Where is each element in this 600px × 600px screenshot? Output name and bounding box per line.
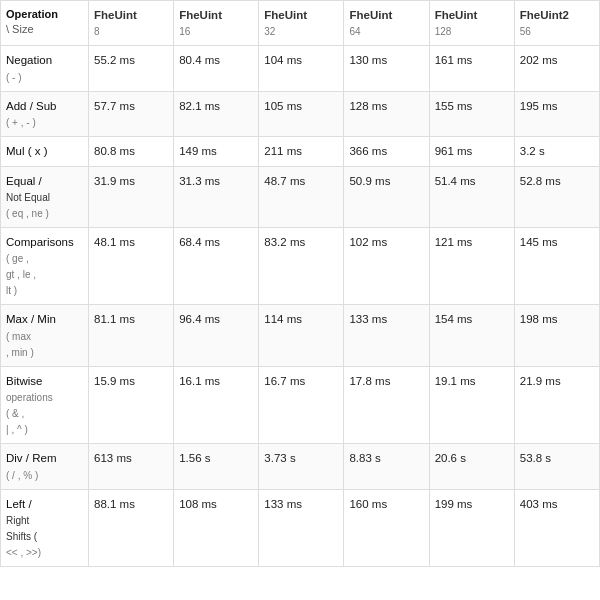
cell-eq-16: 31.3 ms bbox=[174, 166, 259, 227]
header-col-3: FheUint 32 bbox=[259, 1, 344, 46]
cell-divrem-8: 613 ms bbox=[89, 444, 174, 489]
cell-negation-16: 80.4 ms bbox=[174, 46, 259, 91]
cell-negation-128: 161 ms bbox=[429, 46, 514, 91]
header-operation: Operation \ Size bbox=[1, 1, 89, 46]
cell-maxmin-32: 114 ms bbox=[259, 305, 344, 366]
cell-cmp-8: 48.1 ms bbox=[89, 227, 174, 304]
cell-eq-256: 52.8 ms bbox=[514, 166, 599, 227]
cell-divrem-32: 3.73 s bbox=[259, 444, 344, 489]
cell-bitwise-16: 16.1 ms bbox=[174, 366, 259, 443]
cell-cmp-16: 68.4 ms bbox=[174, 227, 259, 304]
cell-mul-64: 366 ms bbox=[344, 137, 429, 166]
cell-cmp-256: 145 ms bbox=[514, 227, 599, 304]
header-col-1: FheUint 8 bbox=[89, 1, 174, 46]
cell-maxmin-64: 133 ms bbox=[344, 305, 429, 366]
cell-maxmin-256: 198 ms bbox=[514, 305, 599, 366]
cell-bitwise-64: 17.8 ms bbox=[344, 366, 429, 443]
cell-bitwise-256: 21.9 ms bbox=[514, 366, 599, 443]
table-row: Max / Min ( max , min ) 81.1 ms 96.4 ms … bbox=[1, 305, 600, 366]
header-col-4: FheUint 64 bbox=[344, 1, 429, 46]
cell-divrem-128: 20.6 s bbox=[429, 444, 514, 489]
cell-cmp-128: 121 ms bbox=[429, 227, 514, 304]
op-label: Div / Rem ( / , % ) bbox=[1, 444, 89, 489]
cell-negation-8: 55.2 ms bbox=[89, 46, 174, 91]
cell-addsub-16: 82.1 ms bbox=[174, 91, 259, 136]
cell-divrem-16: 1.56 s bbox=[174, 444, 259, 489]
table-row: Negation ( - ) 55.2 ms 80.4 ms 104 ms 13… bbox=[1, 46, 600, 91]
cell-shift-8: 88.1 ms bbox=[89, 489, 174, 566]
header-col-2: FheUint 16 bbox=[174, 1, 259, 46]
op-label: Comparisons ( ge , gt , le , lt ) bbox=[1, 227, 89, 304]
header-col-6: FheUint2 56 bbox=[514, 1, 599, 46]
cell-eq-128: 51.4 ms bbox=[429, 166, 514, 227]
cell-negation-32: 104 ms bbox=[259, 46, 344, 91]
header-col-5: FheUint 128 bbox=[429, 1, 514, 46]
cell-shift-32: 133 ms bbox=[259, 489, 344, 566]
op-label: Left / Right Shifts ( << , >>) bbox=[1, 489, 89, 566]
table-row: Comparisons ( ge , gt , le , lt ) 48.1 m… bbox=[1, 227, 600, 304]
cell-addsub-32: 105 ms bbox=[259, 91, 344, 136]
cell-divrem-256: 53.8 s bbox=[514, 444, 599, 489]
op-label: Negation ( - ) bbox=[1, 46, 89, 91]
cell-addsub-64: 128 ms bbox=[344, 91, 429, 136]
cell-eq-8: 31.9 ms bbox=[89, 166, 174, 227]
cell-mul-8: 80.8 ms bbox=[89, 137, 174, 166]
table-row: Left / Right Shifts ( << , >>) 88.1 ms 1… bbox=[1, 489, 600, 566]
cell-addsub-256: 195 ms bbox=[514, 91, 599, 136]
cell-negation-256: 202 ms bbox=[514, 46, 599, 91]
cell-maxmin-8: 81.1 ms bbox=[89, 305, 174, 366]
cell-shift-64: 160 ms bbox=[344, 489, 429, 566]
table-row: Add / Sub ( + , - ) 57.7 ms 82.1 ms 105 … bbox=[1, 91, 600, 136]
op-label: Equal / Not Equal ( eq , ne ) bbox=[1, 166, 89, 227]
benchmark-table: Operation \ Size FheUint 8 FheUint 16 Fh… bbox=[0, 0, 600, 567]
table-row: Bitwise operations ( & , | , ^ ) 15.9 ms… bbox=[1, 366, 600, 443]
op-label: Bitwise operations ( & , | , ^ ) bbox=[1, 366, 89, 443]
cell-mul-128: 961 ms bbox=[429, 137, 514, 166]
cell-addsub-128: 155 ms bbox=[429, 91, 514, 136]
cell-addsub-8: 57.7 ms bbox=[89, 91, 174, 136]
cell-eq-64: 50.9 ms bbox=[344, 166, 429, 227]
table-row: Equal / Not Equal ( eq , ne ) 31.9 ms 31… bbox=[1, 166, 600, 227]
cell-maxmin-128: 154 ms bbox=[429, 305, 514, 366]
cell-mul-32: 211 ms bbox=[259, 137, 344, 166]
cell-shift-128: 199 ms bbox=[429, 489, 514, 566]
cell-bitwise-128: 19.1 ms bbox=[429, 366, 514, 443]
cell-shift-256: 403 ms bbox=[514, 489, 599, 566]
table-row: Div / Rem ( / , % ) 613 ms 1.56 s 3.73 s… bbox=[1, 444, 600, 489]
cell-bitwise-8: 15.9 ms bbox=[89, 366, 174, 443]
op-label: Max / Min ( max , min ) bbox=[1, 305, 89, 366]
cell-bitwise-32: 16.7 ms bbox=[259, 366, 344, 443]
cell-shift-16: 108 ms bbox=[174, 489, 259, 566]
cell-maxmin-16: 96.4 ms bbox=[174, 305, 259, 366]
cell-mul-256: 3.2 s bbox=[514, 137, 599, 166]
op-label: Mul ( x ) bbox=[1, 137, 89, 166]
cell-negation-64: 130 ms bbox=[344, 46, 429, 91]
cell-divrem-64: 8.83 s bbox=[344, 444, 429, 489]
cell-mul-16: 149 ms bbox=[174, 137, 259, 166]
cell-cmp-32: 83.2 ms bbox=[259, 227, 344, 304]
op-label: Add / Sub ( + , - ) bbox=[1, 91, 89, 136]
table-row: Mul ( x ) 80.8 ms 149 ms 211 ms 366 ms 9… bbox=[1, 137, 600, 166]
cell-cmp-64: 102 ms bbox=[344, 227, 429, 304]
cell-eq-32: 48.7 ms bbox=[259, 166, 344, 227]
